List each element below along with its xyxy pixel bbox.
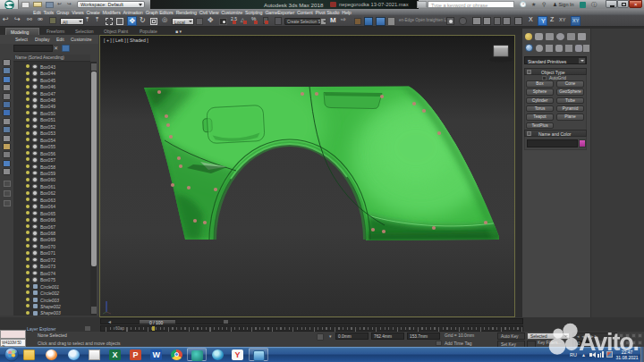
svg-text:[ + ] [ Left ] [ Shaded ]: [ + ] [ Left ] [ Shaded ] xyxy=(104,38,148,43)
svg-text:Avito.: Avito. xyxy=(579,329,639,356)
